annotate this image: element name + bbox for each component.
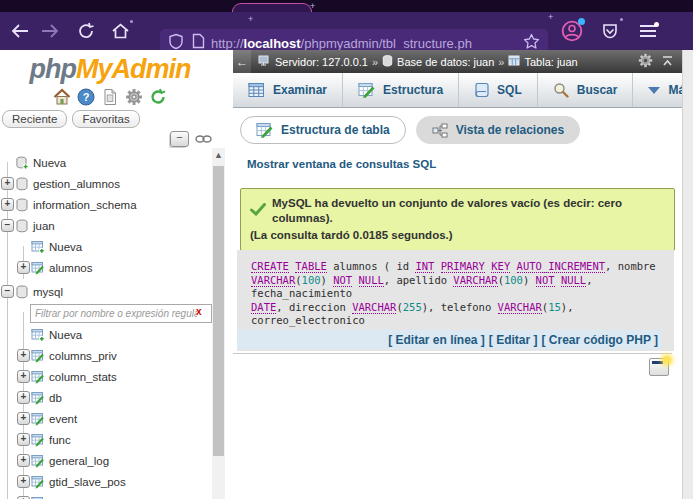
expand-toggle-icon[interactable]: + (17, 349, 30, 362)
home-button[interactable] (106, 17, 134, 45)
breadcrumb-server[interactable]: Servidor: 127.0.0.1 (275, 56, 368, 68)
tree-item-nueva[interactable]: Nueva (0, 324, 210, 345)
tree-item-label: general_log (49, 455, 109, 467)
account-notification-badge (578, 18, 585, 25)
tree-item-information-schema[interactable]: +information_schema (0, 194, 210, 215)
collapse-top-panel-icon[interactable] (661, 55, 674, 69)
sql-page-icon (474, 82, 489, 98)
table-edit-icon (31, 349, 45, 363)
table-tabs: ExaminarEstructuraSQLBuscarMás (233, 73, 682, 108)
reload-button[interactable] (72, 17, 100, 45)
breadcrumb-database[interactable]: Base de datos: juan (397, 56, 494, 68)
breadcrumb: ← Servidor: 127.0.0.1 » Base de datos: j… (233, 50, 682, 73)
show-query-window-link[interactable]: Mostrar ventana de consultas SQL (247, 158, 436, 170)
action-link-editar-en-l-nea[interactable]: [ Editar en línea ] (388, 333, 485, 347)
help-icon[interactable]: ? (77, 88, 95, 106)
tree-item-func[interactable]: +func (0, 429, 210, 450)
page-settings-gear-icon[interactable] (638, 53, 653, 70)
collapse-toggle-icon[interactable]: − (1, 219, 14, 232)
navigation-header-icons: ? (0, 88, 220, 106)
tree-item-label: Nueva (49, 241, 82, 253)
tree-item-mysql[interactable]: −mysql (0, 281, 210, 302)
tree-item-nueva[interactable]: Nueva (0, 152, 210, 173)
recent-tables-button[interactable]: Reciente (2, 110, 67, 128)
breadcrumb-table[interactable]: Tabla: juan (524, 56, 577, 68)
query-timing: (La consulta tardó 0.0185 segundos.) (250, 228, 665, 243)
tree-item-column-stats[interactable]: +column_stats (0, 366, 210, 387)
database-icon (15, 198, 29, 212)
tab-estructura[interactable]: Estructura (343, 73, 459, 107)
menu-notification-badge (654, 22, 659, 27)
tree-item-nueva[interactable]: Nueva (0, 236, 210, 257)
filter-clear-icon[interactable]: x (196, 306, 202, 317)
tree-item-juan[interactable]: −juan (0, 215, 210, 236)
tree-item-label: Nueva (49, 329, 82, 341)
sidebar-scroll-up-arrow[interactable]: ▲ (212, 148, 225, 163)
tree-item-columns-priv[interactable]: +columns_priv (0, 345, 210, 366)
link-with-main-panel-icon[interactable] (195, 130, 212, 148)
tab-buscar[interactable]: Buscar (538, 73, 634, 107)
collapse-toggle-icon[interactable]: − (1, 285, 14, 298)
browser-toolbar: + + http://localhost/phpmyadmin/tbl_stru… (0, 12, 693, 50)
collapse-all-button[interactable]: − (170, 131, 189, 147)
home-icon[interactable] (53, 88, 71, 106)
structure-icon (256, 122, 273, 138)
tree-item-gestion-alumnos[interactable]: +gestion_alumnos (0, 173, 210, 194)
pocket-icon[interactable] (596, 17, 624, 45)
browse-table-icon (248, 82, 265, 98)
back-button[interactable] (6, 17, 34, 45)
table-edit-icon (31, 412, 45, 426)
expand-toggle-icon[interactable]: + (17, 412, 30, 425)
subtab-estructura-de-tabla[interactable]: Estructura de tabla (240, 116, 406, 144)
tab-label: Estructura (383, 83, 443, 97)
page-window-icon[interactable] (649, 358, 669, 376)
success-text: MySQL ha devuelto un conjunto de valores… (272, 196, 665, 226)
action-link-crear-c-digo-php[interactable]: [ Crear código PHP ] (542, 333, 658, 347)
tree-item-general-log[interactable]: +general_log (0, 450, 210, 471)
expand-toggle-icon[interactable]: + (17, 433, 30, 446)
tree-item-alumnos[interactable]: +alumnos (0, 257, 210, 278)
structure-subtabs: Estructura de tablaVista de relaciones (240, 116, 580, 144)
tree-item-help-category[interactable]: +help_category (0, 492, 210, 499)
phpmyadmin-app: phpMyAdmin ? Reciente (0, 50, 693, 499)
sidebar-scrollbar-thumb[interactable] (213, 166, 224, 456)
favorite-tables-button[interactable]: Favoritas (72, 110, 139, 128)
tab-sql[interactable]: SQL (459, 73, 538, 107)
tree-item-event[interactable]: +event (0, 408, 210, 429)
svg-text:?: ? (83, 91, 90, 103)
browser-window: + + + http://localhost/phpmyadmin/tbl_st… (0, 0, 693, 499)
sparkle-decoration: + (248, 14, 253, 24)
tree-item-gtid-slave-pos[interactable]: +gtid_slave_pos (0, 471, 210, 492)
reload-navigation-icon[interactable] (149, 88, 167, 106)
window-titlebar-decoration (652, 361, 663, 364)
tree-filter-input[interactable] (30, 304, 212, 323)
account-button[interactable] (558, 17, 586, 45)
page-scrollbar[interactable] (682, 50, 693, 499)
divider (233, 353, 672, 354)
expand-toggle-icon[interactable]: + (1, 198, 14, 211)
phpmyadmin-logo[interactable]: phpMyAdmin (0, 54, 220, 85)
expand-toggle-icon[interactable]: + (17, 391, 30, 404)
tree-item-label: column_stats (49, 371, 117, 383)
subtab-vista-de-relaciones[interactable]: Vista de relaciones (416, 116, 581, 144)
breadcrumb-back-button[interactable]: ← (233, 50, 251, 73)
table-new-icon (31, 240, 45, 254)
expand-toggle-icon[interactable]: + (17, 370, 30, 383)
expand-toggle-icon[interactable]: + (17, 475, 30, 488)
expand-toggle-icon[interactable]: + (17, 261, 30, 274)
settings-gear-icon[interactable] (125, 88, 143, 106)
tree-item-db[interactable]: +db (0, 387, 210, 408)
tab-examinar[interactable]: Examinar (233, 73, 343, 107)
forward-button[interactable] (36, 17, 64, 45)
table-edit-icon (31, 475, 45, 489)
expand-toggle-icon[interactable]: + (17, 454, 30, 467)
documentation-icon[interactable] (101, 88, 119, 106)
action-link-editar[interactable]: [ Editar ] (489, 333, 538, 347)
tree-controls: − (170, 130, 212, 148)
tree-item-label: mysql (33, 286, 63, 298)
menu-button[interactable] (634, 17, 662, 45)
expand-toggle-icon[interactable]: + (1, 177, 14, 190)
url-text[interactable]: http://localhost/phpmyadmin/tbl_structur… (211, 36, 515, 51)
table-icon (508, 55, 520, 68)
success-message: MySQL ha devuelto un conjunto de valores… (240, 188, 675, 251)
